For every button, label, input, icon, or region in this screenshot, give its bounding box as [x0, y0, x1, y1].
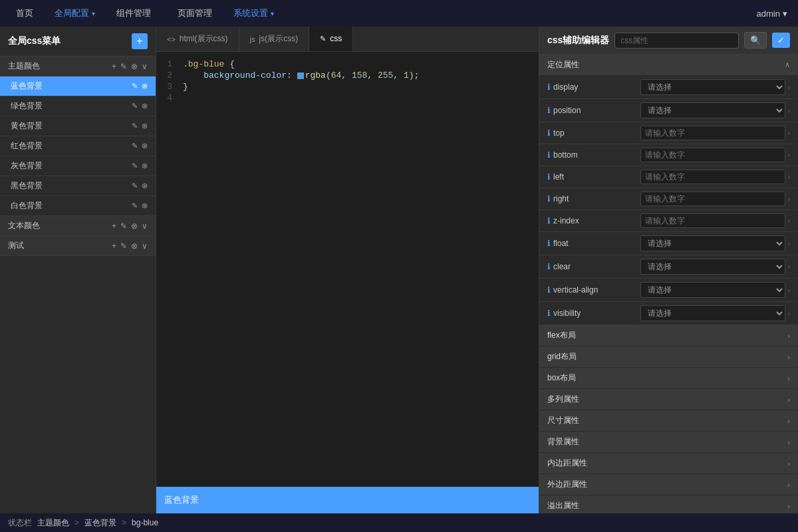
- section-flex[interactable]: flex布局 ›: [539, 325, 798, 346]
- section-positioning[interactable]: 定位属性 ∧: [539, 55, 798, 76]
- sidebar-group-theme-color[interactable]: 主题颜色 + ✎ ⊗ ∨: [0, 57, 156, 76]
- prop-display-label: ℹ display: [547, 82, 640, 92]
- prop-clear-select[interactable]: 请选择: [640, 259, 785, 275]
- prop-vertical-align-select[interactable]: 请选择: [640, 282, 785, 298]
- info-icon-zindex[interactable]: ℹ: [547, 216, 551, 225]
- sidebar-item-bg-black[interactable]: 黑色背景 ✎ ⊗: [0, 176, 156, 196]
- item-delete-icon-black[interactable]: ⊗: [142, 182, 148, 190]
- item-delete-icon[interactable]: ⊗: [142, 82, 148, 90]
- item-delete-icon-red[interactable]: ⊗: [142, 142, 148, 150]
- section-overflow-chevron: ›: [787, 502, 790, 510]
- prop-left-input[interactable]: [640, 170, 785, 184]
- prop-display-select[interactable]: 请选择: [640, 79, 785, 95]
- css-search-input[interactable]: [614, 33, 739, 49]
- group-text-chevron-icon[interactable]: ∨: [142, 221, 148, 231]
- confirm-button[interactable]: ✓: [772, 33, 790, 48]
- section-margin[interactable]: 外边距属性 ›: [539, 474, 798, 495]
- group-test-edit-icon[interactable]: ✎: [120, 241, 127, 251]
- search-button[interactable]: 🔍: [744, 32, 767, 49]
- nav-page-manage[interactable]: 页面管理: [172, 5, 217, 22]
- prop-top-chevron: ›: [788, 130, 790, 137]
- sidebar-item-bg-red[interactable]: 红色背景 ✎ ⊗: [0, 136, 156, 156]
- section-box[interactable]: box布局 ›: [539, 368, 798, 389]
- nav-sys-settings[interactable]: 系统设置 ▾: [233, 7, 274, 19]
- prop-display-chevron: ›: [788, 84, 790, 91]
- nav-component-manage[interactable]: 组件管理: [111, 5, 156, 22]
- section-background[interactable]: 背景属性 ›: [539, 432, 798, 453]
- prop-zindex: ℹ z-index ›: [539, 210, 798, 232]
- item-delete-icon-yellow[interactable]: ⊗: [142, 122, 148, 130]
- item-edit-icon-green[interactable]: ✎: [132, 102, 138, 110]
- info-icon-visibility[interactable]: ℹ: [547, 309, 551, 318]
- tab-css[interactable]: ✎ css: [309, 27, 353, 51]
- prop-zindex-input[interactable]: [640, 213, 785, 228]
- section-multicolumn-label: 多列属性: [547, 394, 579, 405]
- nav-home[interactable]: 首页: [11, 5, 39, 22]
- group-edit-icon[interactable]: ✎: [120, 62, 127, 71]
- tab-html[interactable]: <> html(展示css): [156, 27, 239, 51]
- section-padding[interactable]: 内边距属性 ›: [539, 453, 798, 474]
- item-actions-gray: ✎ ⊗: [132, 162, 148, 170]
- group-test-add-icon[interactable]: +: [112, 241, 116, 251]
- sidebar-item-label-yellow-bg: 黄色背景: [11, 120, 132, 132]
- nav-global-config[interactable]: 全局配置 ▾: [55, 7, 95, 19]
- section-overflow[interactable]: 溢出属性 ›: [539, 495, 798, 513]
- item-edit-icon-yellow[interactable]: ✎: [132, 122, 138, 130]
- info-icon-vertical-align[interactable]: ℹ: [547, 285, 551, 295]
- info-icon-display[interactable]: ℹ: [547, 82, 551, 92]
- section-multicolumn[interactable]: 多列属性 ›: [539, 389, 798, 410]
- item-edit-icon-red[interactable]: ✎: [132, 142, 138, 150]
- prop-visibility: ℹ visibility 请选择 ›: [539, 302, 798, 325]
- sidebar-item-bg-blue[interactable]: 蓝色背景 ✎ ⊗: [0, 76, 156, 96]
- info-icon-bottom[interactable]: ℹ: [547, 150, 551, 160]
- tab-js[interactable]: js js(展示css): [239, 27, 310, 51]
- prop-right-label: ℹ right: [547, 194, 640, 203]
- admin-menu[interactable]: admin ▾: [757, 9, 787, 19]
- sidebar-item-bg-green[interactable]: 绿色背景 ✎ ⊗: [0, 96, 156, 116]
- item-delete-icon-gray[interactable]: ⊗: [142, 162, 148, 170]
- group-text-delete-icon[interactable]: ⊗: [131, 221, 138, 231]
- prop-float-select[interactable]: 请选择: [640, 235, 785, 251]
- prop-top-input[interactable]: [640, 126, 785, 140]
- sidebar-item-bg-yellow[interactable]: 黄色背景 ✎ ⊗: [0, 116, 156, 136]
- line-number-3: 3: [156, 82, 183, 92]
- info-icon-clear[interactable]: ℹ: [547, 262, 551, 271]
- group-delete-icon[interactable]: ⊗: [131, 62, 138, 71]
- info-icon-float[interactable]: ℹ: [547, 239, 551, 248]
- sidebar-group-test[interactable]: 测试 + ✎ ⊗ ∨: [0, 236, 156, 256]
- code-editor[interactable]: 1 .bg-blue { 2 background-color: rgba(64…: [156, 52, 539, 487]
- item-edit-icon-white[interactable]: ✎: [132, 201, 138, 210]
- prop-position-select[interactable]: 请选择: [640, 102, 785, 118]
- sidebar-item-bg-gray[interactable]: 灰色背景 ✎ ⊗: [0, 156, 156, 176]
- center-panel: <> html(展示css) js js(展示css) ✎ css 1 .bg-…: [156, 27, 539, 513]
- item-delete-icon-white[interactable]: ⊗: [142, 201, 148, 210]
- sidebar-add-button[interactable]: +: [132, 33, 148, 49]
- item-delete-icon-green[interactable]: ⊗: [142, 102, 148, 110]
- sidebar-item-bg-white[interactable]: 白色背景 ✎ ⊗: [0, 196, 156, 216]
- item-edit-icon-black[interactable]: ✎: [132, 182, 138, 190]
- section-grid[interactable]: grid布局 ›: [539, 346, 798, 368]
- group-test-chevron-icon[interactable]: ∨: [142, 241, 148, 251]
- section-size[interactable]: 尺寸属性 ›: [539, 410, 798, 432]
- group-text-add-icon[interactable]: +: [112, 221, 116, 231]
- group-add-icon[interactable]: +: [112, 62, 116, 71]
- prop-visibility-select[interactable]: 请选择: [640, 305, 785, 321]
- prop-bottom-input[interactable]: [640, 148, 785, 162]
- prop-clear-value: 请选择 ›: [640, 259, 790, 275]
- sidebar-group-text-color[interactable]: 文本颜色 + ✎ ⊗ ∨: [0, 216, 156, 236]
- group-text-edit-icon[interactable]: ✎: [120, 221, 127, 231]
- group-chevron-icon[interactable]: ∨: [142, 62, 148, 71]
- sidebar-item-label-white-bg: 白色背景: [11, 200, 132, 211]
- prop-visibility-label: ℹ visibility: [547, 309, 640, 318]
- section-positioning-label: 定位属性: [547, 59, 579, 70]
- info-icon-top[interactable]: ℹ: [547, 128, 551, 138]
- group-test-delete-icon[interactable]: ⊗: [131, 241, 138, 251]
- item-edit-icon-gray[interactable]: ✎: [132, 162, 138, 170]
- prop-right-input[interactable]: [640, 192, 785, 206]
- info-icon-right[interactable]: ℹ: [547, 194, 551, 203]
- info-icon-position[interactable]: ℹ: [547, 106, 551, 115]
- item-edit-icon[interactable]: ✎: [132, 82, 138, 90]
- section-padding-chevron: ›: [787, 460, 790, 467]
- info-icon-left[interactable]: ℹ: [547, 172, 551, 182]
- section-background-chevron: ›: [787, 438, 790, 446]
